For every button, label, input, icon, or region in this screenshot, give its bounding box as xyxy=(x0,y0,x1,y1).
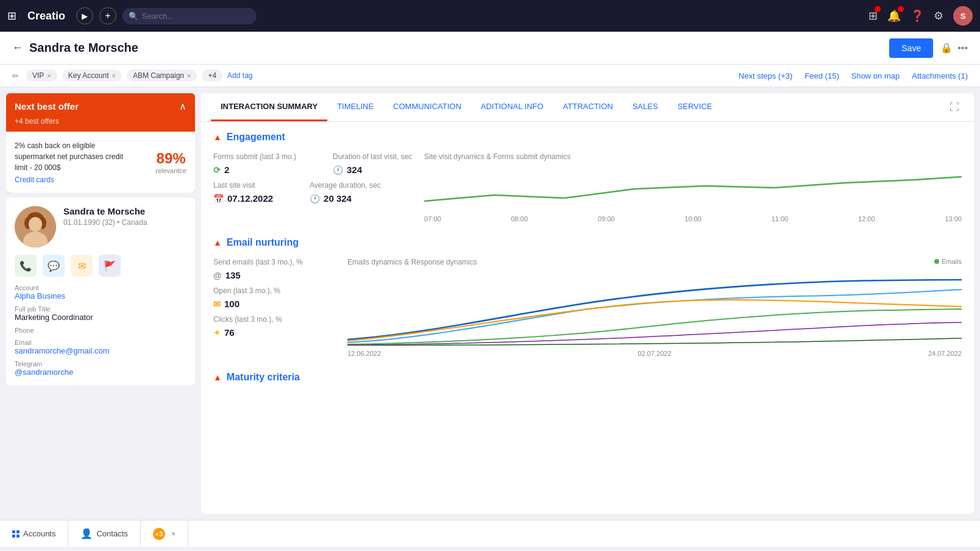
lock-icon[interactable]: 🔒 xyxy=(940,42,953,54)
attachments-action[interactable]: Attachments (1) xyxy=(912,71,968,80)
top-navigation: ⊞ Creatio ▶ + 🔍 ⊞ 🔔 ❓ ⚙ S xyxy=(0,0,980,32)
tag-more[interactable]: +4 xyxy=(202,69,222,82)
relevance-label: relevantce xyxy=(155,167,186,174)
extra-tab-close[interactable]: × xyxy=(171,529,176,538)
more-options-icon[interactable]: ••• xyxy=(957,43,968,54)
svg-point-6 xyxy=(29,217,42,232)
play-button[interactable]: ▶ xyxy=(76,7,93,24)
help-icon[interactable]: ❓ xyxy=(911,9,924,23)
tabs-bar: INTERACTION SUMMARY TIMELINE COMMUNICATI… xyxy=(201,93,974,122)
tab-communication[interactable]: COMMUNICATION xyxy=(383,93,471,121)
header-bar: ← Sandra te Morsche Save 🔒 ••• xyxy=(0,32,980,65)
contact-card: Sandra te Morsche 01.01.1990 (32) • Cana… xyxy=(6,197,195,385)
settings-icon[interactable]: ⚙ xyxy=(934,9,943,23)
email-arrow-icon: ▲ xyxy=(213,238,222,247)
clicks-icon: ✦ xyxy=(213,328,221,338)
back-button[interactable]: ← xyxy=(12,41,23,54)
email-value[interactable]: sandramorche@gmail.com xyxy=(15,346,186,355)
apps-icon[interactable]: ⊞ xyxy=(7,9,16,23)
bottom-tab-contacts[interactable]: 👤 Contacts xyxy=(68,521,140,547)
tag-abm-campaign-label: ABM Campaign xyxy=(133,71,184,80)
avg-duration-metric: Average duration, sec 🕐 20 324 xyxy=(310,181,381,204)
offer-chevron-icon[interactable]: ∧ xyxy=(179,101,186,112)
search-icon: 🔍 xyxy=(129,12,138,21)
tag-vip: VIP × xyxy=(26,69,57,82)
add-button[interactable]: + xyxy=(99,7,116,24)
tab-timeline[interactable]: TIMELINE xyxy=(327,93,383,121)
job-title-label: Full job Title xyxy=(15,305,186,313)
email-nurturing-content: Send emails (last 3 mo.), % @ 135 Open (… xyxy=(213,258,962,357)
feed-action[interactable]: Feed (15) xyxy=(804,71,839,80)
email-action-button[interactable]: ✉ xyxy=(71,255,93,277)
legend-dot xyxy=(934,259,939,264)
forms-submit-label: Forms submit (last 3 mo.) xyxy=(213,152,296,161)
page-title: Sandra te Morsche xyxy=(29,41,138,55)
tag-vip-remove[interactable]: × xyxy=(47,72,51,79)
user-avatar[interactable]: S xyxy=(953,6,973,26)
email-legend: Emails xyxy=(934,258,962,265)
offer-title: Next best offer xyxy=(15,101,79,112)
engagement-section: ▲ Engagement Forms submit (last 3 mo.) ⟳… xyxy=(213,132,962,222)
add-tag-button[interactable]: Add tag xyxy=(227,71,252,80)
tag-more-label: +4 xyxy=(208,71,216,80)
engagement-metrics: Forms submit (last 3 mo.) ⟳ 2 Duration o… xyxy=(213,152,412,222)
email-nurturing-title: Email nurturing xyxy=(227,237,299,248)
engagement-metrics-row1: Forms submit (last 3 mo.) ⟳ 2 Duration o… xyxy=(213,152,412,175)
nav-right: ⊞ 🔔 ❓ ⚙ S xyxy=(868,6,973,26)
apps-grid-icon[interactable]: ⊞ xyxy=(868,9,878,23)
next-steps-action[interactable]: Next steps (+3) xyxy=(739,71,793,80)
expand-icon[interactable]: ⛶ xyxy=(945,97,964,118)
tab-service[interactable]: SERVICE xyxy=(668,93,722,121)
notifications-icon[interactable]: 🔔 xyxy=(887,9,901,23)
tag-key-account-label: Key Account xyxy=(68,71,109,80)
avg-clock-icon: 🕐 xyxy=(310,194,320,204)
tag-key-account: Key Account × xyxy=(62,69,122,82)
clock-icon: 🕐 xyxy=(333,165,343,175)
search-input[interactable] xyxy=(122,8,257,24)
contact-name: Sandra te Morsche xyxy=(63,206,147,216)
chart-date-3: 24.07.2022 xyxy=(928,350,962,357)
show-on-map-action[interactable]: Show on map xyxy=(851,71,900,80)
email-metrics: Send emails (last 3 mo.), % @ 135 Open (… xyxy=(213,258,335,357)
search-wrapper: 🔍 xyxy=(122,8,257,24)
chart-time-1: 07:00 xyxy=(424,215,441,222)
phone-action-button[interactable]: 📞 xyxy=(15,255,37,277)
tab-additional-info[interactable]: ADITIONAL INFO xyxy=(471,93,553,121)
email-chart-title: Emails dynamics & Response dynamics xyxy=(347,258,477,266)
telegram-label: Telegram xyxy=(15,360,186,368)
tag-abm-campaign-remove[interactable]: × xyxy=(187,72,191,79)
save-button[interactable]: Save xyxy=(889,38,933,58)
bottom-tab-accounts[interactable]: Accounts xyxy=(0,521,68,547)
chat-action-button[interactable]: 💬 xyxy=(43,255,65,277)
app-logo: Creatio xyxy=(27,10,65,23)
last-visit-metric: Last site visit 📅 07.12.2022 xyxy=(213,181,273,204)
tab-sales[interactable]: SALES xyxy=(623,93,668,121)
open-value: ✉ 100 xyxy=(213,299,335,309)
engagement-arrow-icon: ▲ xyxy=(213,132,222,142)
contact-meta: 01.01.1990 (32) • Canada xyxy=(63,218,147,227)
bottom-tab-extra[interactable]: +3 × xyxy=(141,521,189,547)
content-area: ▲ Engagement Forms submit (last 3 mo.) ⟳… xyxy=(201,122,974,514)
relevance-percentage: 89% xyxy=(155,150,186,167)
maturity-title: Maturity criteria xyxy=(227,372,300,383)
email-chart-dates: 12.06.2022 02.07.2022 24.07.2022 xyxy=(347,350,962,357)
maturity-section: ▲ Maturity criteria xyxy=(213,372,962,383)
telegram-value[interactable]: @sandramorche xyxy=(15,368,186,377)
chart-time-4: 10:00 xyxy=(684,215,701,222)
accounts-tab-label: Accounts xyxy=(23,529,55,538)
offer-link[interactable]: Credit cards xyxy=(15,176,124,184)
offer-subtitle: +4 best offers xyxy=(6,117,195,132)
account-value[interactable]: Alpha Busines xyxy=(15,291,186,300)
tag-key-account-remove[interactable]: × xyxy=(112,72,116,79)
phone-label: Phone xyxy=(15,327,186,334)
chart-date-2: 02.07.2022 xyxy=(637,350,671,357)
offer-header: Next best offer ∧ xyxy=(6,93,195,117)
engagement-chart-title: Site visit dynamics & Forms submit dynam… xyxy=(424,152,962,161)
send-emails-label: Send emails (last 3 mo.), % xyxy=(213,258,335,266)
flag-action-button[interactable]: 🚩 xyxy=(99,255,121,277)
avg-duration-value: 🕐 20 324 xyxy=(310,193,381,204)
tab-attraction[interactable]: ATTRACTION xyxy=(553,93,623,121)
chart-date-1: 12.06.2022 xyxy=(347,350,381,357)
engagement-metrics-row2: Last site visit 📅 07.12.2022 Average dur… xyxy=(213,181,412,204)
tab-interaction-summary[interactable]: INTERACTION SUMMARY xyxy=(211,93,327,121)
